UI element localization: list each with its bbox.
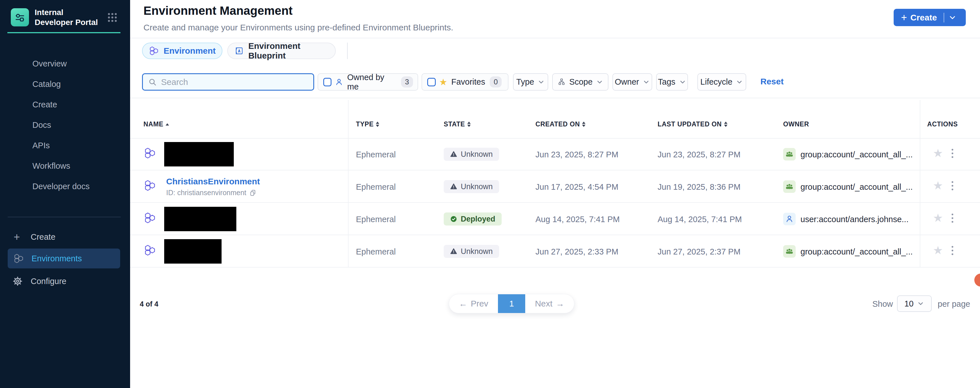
filter-owned-by-me[interactable]: Owned by me 3 <box>318 73 418 91</box>
column-header-name[interactable]: NAME <box>143 121 169 128</box>
column-label: OWNER <box>783 121 809 128</box>
show-label: Show <box>872 299 893 309</box>
table-row[interactable]: Ephemeral Deployed Aug 14, 2025, 7:41 PM… <box>130 203 980 235</box>
owned-by-me-count: 3 <box>401 76 413 87</box>
status-badge-unknown: Unknown <box>444 180 499 193</box>
filter-owner-dropdown[interactable]: Owner <box>612 73 652 91</box>
environment-id: ID: christiansenvironment <box>166 189 256 197</box>
row-menu-icon[interactable] <box>950 180 955 191</box>
cell-type: Ephemeral <box>356 150 396 159</box>
page-subtitle: Create and manage your Environments usin… <box>143 23 453 32</box>
chevron-down-icon[interactable] <box>948 13 957 22</box>
environment-name-link[interactable]: ChristiansEnvironment <box>166 177 260 186</box>
sidebar-configure-label: Configure <box>31 277 67 286</box>
page-size-value: 10 <box>904 299 913 308</box>
column-label: CREATED ON <box>535 121 580 128</box>
status-label: Deployed <box>461 215 495 224</box>
reset-filters-link[interactable]: Reset <box>760 77 784 86</box>
sidebar-item-workflows[interactable]: Workflows <box>0 156 130 176</box>
next-label: Next <box>535 299 552 308</box>
filter-favorites[interactable]: ★ Favorites 0 <box>422 73 509 91</box>
sidebar-item-overview[interactable]: Overview <box>0 53 130 74</box>
status-badge-deployed: Deployed <box>444 213 502 226</box>
row-menu-icon[interactable] <box>950 148 955 159</box>
column-label: ACTIONS <box>927 121 958 128</box>
table-row[interactable]: Ephemeral Unknown Jun 23, 2025, 8:27 PM … <box>130 138 980 170</box>
next-page-button[interactable]: Next → <box>525 299 574 308</box>
sort-asc-icon <box>165 123 169 126</box>
hexagons-icon <box>13 254 24 263</box>
filter-type-dropdown[interactable]: Type <box>513 73 548 91</box>
tab-environment[interactable]: Environment <box>142 43 223 59</box>
create-button-label: Create <box>910 13 937 22</box>
app-logo[interactable] <box>11 8 29 26</box>
sort-icon <box>467 122 471 127</box>
cell-type: Ephemeral <box>356 215 396 224</box>
hierarchy-icon <box>557 78 566 86</box>
lifecycle-dropdown-label: Lifecycle <box>700 77 733 87</box>
hexagons-icon <box>149 46 159 56</box>
favorite-star-icon[interactable]: ★ <box>933 180 943 191</box>
gear-icon <box>13 276 23 286</box>
sidebar-accent-divider <box>7 32 121 33</box>
filter-lifecycle-dropdown[interactable]: Lifecycle <box>697 73 746 91</box>
table-row[interactable]: ChristiansEnvironment ID: christiansenvi… <box>130 170 980 203</box>
arrow-right-icon: → <box>556 299 565 308</box>
sidebar-item-environments[interactable]: Environments <box>8 248 120 269</box>
sidebar-create-label: Create <box>31 232 56 242</box>
sidebar: Internal Developer Portal Overview Catal… <box>0 0 130 388</box>
scope-dropdown-label: Scope <box>569 77 593 87</box>
person-icon <box>335 78 343 86</box>
app-switcher-icon[interactable] <box>108 13 117 22</box>
cell-last-updated-on: Jun 27, 2025, 2:37 PM <box>658 247 741 256</box>
sidebar-item-configure[interactable]: Configure <box>0 271 130 291</box>
chevron-down-icon <box>917 300 924 307</box>
filter-tags-dropdown[interactable]: Tags <box>656 73 688 91</box>
row-menu-icon[interactable] <box>950 213 955 224</box>
app-title: Internal Developer Portal <box>35 7 102 27</box>
row-menu-icon[interactable] <box>950 245 955 256</box>
column-header-state[interactable]: STATE <box>444 121 471 128</box>
cell-created-on: Jun 17, 2025, 4:54 PM <box>535 182 618 192</box>
tabs-divider <box>347 43 348 59</box>
column-header-created-on[interactable]: CREATED ON <box>535 121 585 128</box>
favorite-star-icon[interactable]: ★ <box>933 148 943 159</box>
favorite-star-icon[interactable]: ★ <box>933 245 943 256</box>
column-header-last-updated-on[interactable]: LAST UPDATED ON <box>658 121 727 128</box>
column-label: LAST UPDATED ON <box>658 121 722 128</box>
page-number-1[interactable]: 1 <box>498 294 525 313</box>
owned-by-me-checkbox[interactable] <box>323 78 331 86</box>
owned-by-me-label: Owned by me <box>347 73 396 91</box>
copy-icon[interactable] <box>249 189 256 197</box>
favorites-label: Favorites <box>451 77 485 87</box>
tab-environment-label: Environment <box>164 46 216 56</box>
search-box <box>142 73 314 91</box>
environment-management-page: Internal Developer Portal Overview Catal… <box>0 0 980 388</box>
star-icon: ★ <box>439 77 447 87</box>
pagination-summary: 4 of 4 <box>140 300 158 308</box>
table-row[interactable]: Ephemeral Unknown Jun 27, 2025, 2:33 PM … <box>130 235 980 267</box>
create-button[interactable]: + Create <box>894 9 966 26</box>
filter-scope-dropdown[interactable]: Scope <box>552 73 608 91</box>
page-size-select[interactable]: 10 <box>897 296 932 312</box>
sidebar-environments-label: Environments <box>32 254 82 263</box>
sidebar-item-create[interactable]: Create <box>0 94 130 115</box>
sidebar-item-developer-docs[interactable]: Developer docs <box>0 176 130 197</box>
column-label: NAME <box>143 121 163 128</box>
sidebar-item-catalog[interactable]: Catalog <box>0 74 130 94</box>
column-header-type[interactable]: TYPE <box>356 121 379 128</box>
sidebar-item-docs[interactable]: Docs <box>0 115 130 135</box>
warning-icon <box>450 183 457 190</box>
sidebar-item-apis[interactable]: APIs <box>0 135 130 156</box>
favorites-checkbox[interactable] <box>427 78 436 86</box>
prev-page-button[interactable]: ← Prev <box>449 299 498 308</box>
group-icon <box>783 180 795 193</box>
tab-environment-blueprint[interactable]: Environment Blueprint <box>227 43 336 59</box>
favorite-star-icon[interactable]: ★ <box>933 212 943 224</box>
search-input[interactable] <box>161 77 309 87</box>
cell-owner: user:account/anders.johnse... <box>800 215 908 224</box>
chevron-down-icon <box>596 78 603 86</box>
sidebar-item-create-bottom[interactable]: + Create <box>0 227 130 247</box>
plus-icon: + <box>14 231 31 243</box>
group-icon <box>783 245 795 258</box>
